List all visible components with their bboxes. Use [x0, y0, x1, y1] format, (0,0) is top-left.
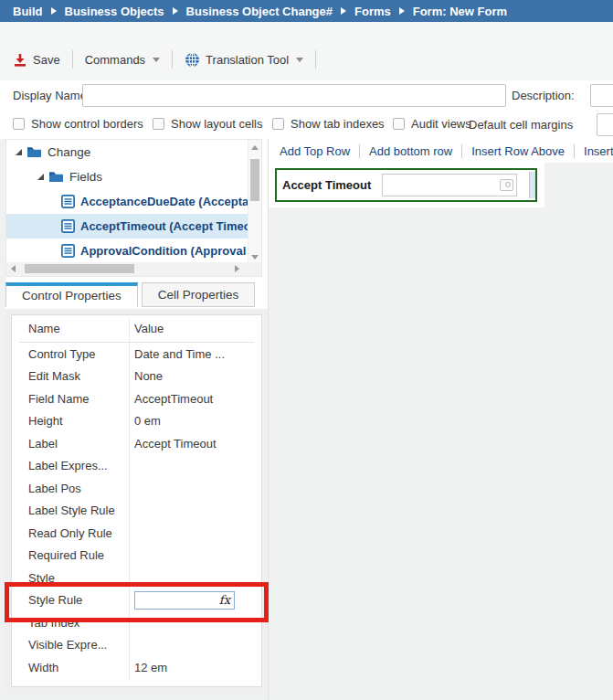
translation-tool-button[interactable]: Translation Tool [185, 52, 303, 68]
tree-item-acceptanceduedate[interactable]: AcceptanceDueDate (Accepta [6, 189, 248, 214]
tree-rows: Change Fields AcceptanceDueDate (Accepta… [6, 140, 248, 263]
breadcrumb-item-business-object-change[interactable]: Business Object Change# [186, 5, 333, 18]
add-top-row-button[interactable]: Add Top Row [270, 144, 359, 158]
checkbox-box [393, 118, 405, 130]
property-row: Label Accept Timeout [19, 432, 254, 455]
property-value[interactable]: None [122, 369, 254, 383]
folder-icon [48, 171, 64, 183]
formula-fx-icon[interactable]: fx [219, 593, 230, 607]
tree-item-label: Fields [69, 170, 102, 184]
main-region: Change Fields AcceptanceDueDate (Accepta… [0, 139, 613, 700]
scroll-left-icon[interactable] [11, 265, 16, 272]
property-row: Visible Expre... [19, 634, 254, 657]
checkbox-show-layout-cells[interactable]: Show layout cells [153, 117, 262, 131]
property-row: Read Only Rule [19, 522, 254, 545]
property-name: Style [19, 571, 122, 585]
breadcrumb-item-build[interactable]: Build [13, 5, 43, 18]
property-name: Width [19, 661, 122, 674]
calendar-icon[interactable] [500, 179, 513, 191]
property-name: Read Only Rule [19, 526, 122, 540]
field-document-icon [61, 219, 75, 233]
column-header-name: Name [19, 322, 122, 335]
property-name: Visible Expre... [19, 638, 122, 652]
property-name: Height [19, 414, 122, 428]
date-time-input[interactable] [382, 174, 517, 196]
selected-form-cell[interactable]: Accept Timeout [275, 168, 537, 202]
property-name: Field Name [19, 392, 122, 406]
property-row: Label Expres... [19, 455, 254, 478]
tree-horizontal-scrollbar[interactable] [6, 262, 261, 276]
save-label: Save [33, 53, 60, 67]
property-row: Height 0 em [19, 410, 254, 433]
field-tree: Change Fields AcceptanceDueDate (Accepta… [5, 139, 262, 277]
scrollbar-thumb[interactable] [25, 264, 134, 273]
property-name: Control Type [19, 347, 122, 361]
tree-vertical-scrollbar[interactable] [248, 140, 261, 263]
checkbox-show-control-borders[interactable]: Show control borders [13, 117, 143, 131]
property-name: Tab Index [19, 616, 122, 630]
property-row: Label Style Rule [19, 500, 254, 523]
breadcrumb-separator-icon [51, 7, 57, 15]
display-name-input[interactable] [82, 84, 506, 107]
property-value[interactable]: Accept Timeout [122, 437, 254, 451]
folder-icon [26, 146, 42, 158]
property-row: Label Pos [19, 477, 254, 500]
tree-item-approvalcondition[interactable]: ApprovalCondition (Approval [6, 239, 248, 263]
canvas-toolbar: Add Top Row Add bottom row Insert Row Ab… [269, 139, 613, 163]
save-icon [13, 53, 27, 67]
toolbar: Save Commands Translation Tool [13, 48, 316, 71]
property-row: Style [19, 567, 254, 589]
add-bottom-row-button[interactable]: Add bottom row [360, 144, 461, 158]
scroll-right-icon[interactable] [235, 265, 239, 272]
tab-control-properties[interactable]: Control Properties [5, 282, 138, 307]
insert-row-below-button[interactable]: Insert Row Below [575, 144, 613, 158]
property-value[interactable]: Date and Time ... [122, 347, 254, 361]
tree-item-fields[interactable]: Fields [6, 164, 248, 189]
tree-expander-icon[interactable] [37, 174, 44, 180]
property-name: Required Rule [19, 548, 122, 562]
save-button[interactable]: Save [13, 53, 60, 67]
description-label: Description: [512, 89, 575, 102]
property-value: fx [122, 591, 254, 610]
globe-icon [185, 52, 200, 68]
field-document-icon [61, 244, 75, 258]
chevron-down-icon [153, 58, 160, 62]
checkbox-audit-views[interactable]: Audit views [393, 117, 471, 131]
commands-menu-button[interactable]: Commands [85, 53, 160, 67]
column-header-value: Value [122, 322, 254, 335]
tree-expander-icon[interactable] [16, 149, 22, 155]
scroll-down-icon[interactable] [251, 255, 259, 260]
breadcrumb-item-business-objects[interactable]: Business Objects [65, 5, 164, 18]
field-document-icon [61, 195, 75, 208]
description-input[interactable] [590, 84, 613, 107]
toolbar-divider [315, 50, 316, 69]
property-value[interactable]: 0 em [122, 414, 254, 428]
style-rule-editor: fx [134, 591, 235, 610]
form-editor-screen: Build Business Objects Business Object C… [0, 0, 613, 700]
property-grid: Name Value Control Type Date and Time ..… [11, 314, 262, 687]
checkbox-show-tab-indexes[interactable]: Show tab indexes [272, 117, 385, 131]
partial-control [529, 172, 535, 198]
checkbox-box [153, 118, 164, 130]
scroll-up-icon[interactable] [251, 145, 259, 150]
breadcrumb-item-forms[interactable]: Forms [354, 5, 391, 18]
properties-tabs: Control Properties Cell Properties [5, 282, 255, 307]
property-value[interactable]: 12 em [122, 661, 254, 674]
tab-cell-properties[interactable]: Cell Properties [142, 282, 256, 307]
insert-row-above-button[interactable]: Insert Row Above [462, 144, 574, 158]
property-row: Field Name AcceptTimeout [19, 387, 254, 410]
property-name: Label Pos [19, 482, 122, 495]
property-name: Label Style Rule [19, 504, 122, 517]
checkbox-label: Audit views [411, 117, 471, 131]
scrollbar-thumb[interactable] [250, 159, 259, 201]
form-canvas-panel: Add Top Row Add bottom row Insert Row Ab… [268, 139, 613, 700]
tree-item-accepttimeout[interactable]: AcceptTimeout (Accept Timeo [6, 214, 248, 239]
form-row-card: Accept Timeout [269, 163, 544, 207]
property-value[interactable]: AcceptTimeout [122, 392, 254, 406]
default-cell-margins-input[interactable] [597, 113, 613, 136]
checkbox-box [13, 118, 25, 130]
property-name: Style Rule [19, 593, 122, 607]
property-row: Width 12 em [19, 656, 254, 679]
property-row: Tab Index [19, 611, 254, 634]
tree-item-change[interactable]: Change [6, 140, 248, 164]
